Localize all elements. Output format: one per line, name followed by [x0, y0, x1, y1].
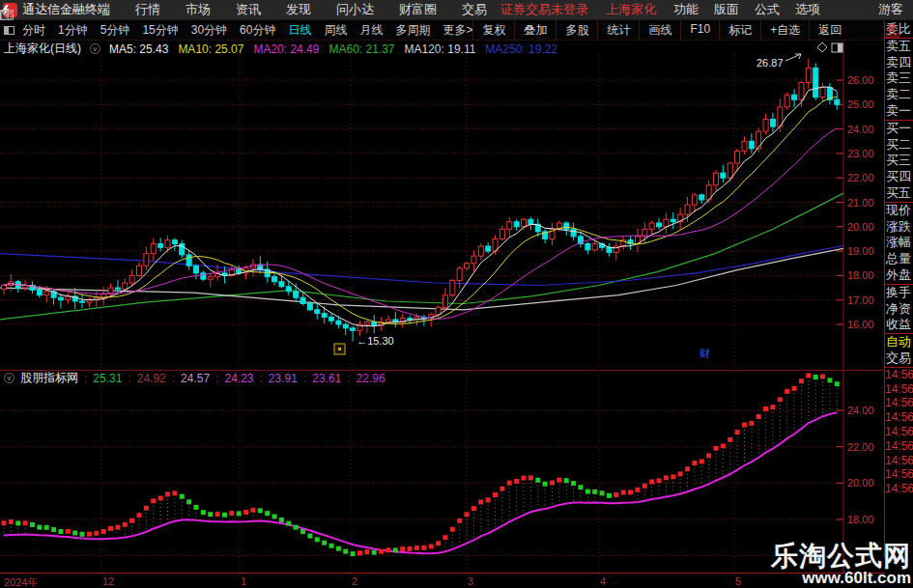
tool-button-多股[interactable]: 多股	[556, 20, 597, 41]
indicator-header: 股朋指标网 :25.31:24.92:24.57:24.23:23.91:23.…	[4, 372, 385, 384]
indicator-dot	[72, 531, 77, 536]
indicator-dot	[193, 505, 198, 510]
app-title: 通达信金融终端	[22, 1, 110, 18]
indicator-dot	[94, 531, 99, 536]
period-tab-多周期[interactable]: 多周期	[395, 22, 430, 39]
candle	[294, 292, 299, 297]
candle	[286, 287, 291, 292]
candle	[763, 119, 768, 131]
tool-button-复权[interactable]: 复权	[472, 20, 514, 41]
indicator-dot	[364, 549, 369, 554]
sidebar-row-卖二: 卖二	[885, 87, 913, 103]
indicator-dot	[15, 520, 20, 525]
tool-button-返回[interactable]: 返回	[809, 20, 850, 41]
menu-item-交易[interactable]: 交易	[462, 1, 487, 18]
indicator-value: 25.31	[93, 372, 122, 385]
sidebar-row-涨幅: 涨幅	[885, 235, 913, 251]
candle	[714, 173, 719, 185]
menu-item-问小达[interactable]: 问小达	[336, 1, 374, 18]
indicator-dot	[23, 520, 28, 525]
period-tab-月线[interactable]: 月线	[359, 22, 383, 39]
indicator-dot	[550, 480, 555, 485]
candle	[721, 173, 726, 178]
indicator-dot	[165, 491, 170, 496]
tool-button-叠加[interactable]: 叠加	[514, 20, 556, 41]
menu-item-功能[interactable]: 功能	[673, 1, 699, 18]
sidebar-row-现价: 现价	[885, 203, 913, 219]
menu-item-市场[interactable]: 市场	[185, 1, 211, 18]
menu-item-行情[interactable]: 行情	[135, 1, 160, 18]
menu-item-版面[interactable]: 版面	[714, 1, 739, 18]
main-chart-canvas[interactable]: 26.0025.0024.0023.0022.0021.0020.0019.00…	[0, 41, 884, 370]
sidebar-row-自动[interactable]: 自动	[885, 334, 913, 350]
time-axis-label: 5	[735, 575, 741, 587]
candle	[670, 219, 675, 222]
svg-text:18.00: 18.00	[847, 269, 874, 281]
candle	[180, 244, 185, 255]
layout-split-icon[interactable]	[4, 26, 14, 35]
sidebar-row-卖一: 卖一	[885, 103, 913, 120]
period-tab-分时[interactable]: 分时	[22, 22, 45, 39]
sidebar-row-净资: 净资	[885, 301, 913, 318]
indicator-values: :25.31:24.92:24.57:24.23:23.91:23.61:22.…	[84, 372, 385, 385]
period-tab-60分钟[interactable]: 60分钟	[240, 22, 275, 39]
indicator-dot	[507, 481, 512, 486]
indicator-dot	[379, 549, 384, 554]
indicator-dot	[678, 471, 683, 476]
menu-item-公式[interactable]: 公式	[755, 1, 780, 18]
candle	[785, 95, 789, 107]
period-tab-1分钟[interactable]: 1分钟	[58, 22, 88, 39]
menu-item-资讯[interactable]: 资讯	[236, 1, 261, 18]
indicator-dot	[692, 461, 697, 465]
indicator-dot	[372, 550, 377, 555]
menu-item-发现[interactable]: 发现	[286, 1, 311, 18]
indicator-dot	[429, 544, 434, 548]
svg-text:20.00: 20.00	[847, 477, 874, 489]
menu-item-选项[interactable]: 选项	[795, 1, 820, 18]
indicator-dot	[756, 414, 761, 419]
ma-label: MA5: 25.43	[109, 42, 168, 56]
indicator-dot	[87, 532, 92, 537]
collapse-chart-icon[interactable]	[90, 43, 100, 54]
period-tab-15分钟[interactable]: 15分钟	[142, 22, 178, 39]
menu-item-财富圈[interactable]: 财富圈	[399, 1, 437, 18]
indicator-dot	[728, 437, 732, 442]
period-tab-日线[interactable]: 日线	[288, 22, 311, 39]
indicator-dot	[421, 546, 426, 550]
indicator-dot	[243, 510, 248, 515]
high-price-label: 26.87	[756, 57, 784, 69]
indicator-dot	[300, 529, 305, 534]
sidebar-trade-time: 14:56	[885, 382, 913, 397]
period-tab-更多>[interactable]: 更多>	[442, 22, 472, 39]
indicator-dot	[201, 510, 206, 515]
tool-button-统计[interactable]: 统计	[597, 20, 639, 41]
candle	[486, 246, 491, 251]
indicator-separator: :	[303, 372, 306, 385]
indicator-dot	[80, 532, 85, 537]
tool-button-+自选[interactable]: +自选	[760, 20, 809, 41]
candle	[129, 275, 134, 283]
tool-button-画线[interactable]: 画线	[639, 20, 680, 41]
indicator-separator: :	[347, 372, 350, 385]
indicator-dot	[742, 423, 747, 428]
candle	[237, 269, 242, 273]
main-menu: 行情市场资讯发现问小达财富圈交易	[135, 1, 487, 18]
period-tab-周线[interactable]: 周线	[324, 22, 347, 39]
candle	[514, 222, 519, 227]
indicator-dot	[66, 529, 71, 534]
candle	[806, 68, 811, 82]
collapse-indicator-icon[interactable]	[4, 373, 14, 383]
tool-button-标记[interactable]: 标记	[719, 20, 760, 41]
user-label[interactable]: 游客	[878, 1, 903, 18]
candle	[144, 254, 149, 266]
candle	[186, 255, 191, 266]
indicator-dot	[37, 525, 42, 530]
tool-button-F10[interactable]: F10	[680, 20, 719, 41]
sidebar-row-卖五: 卖五	[885, 39, 913, 55]
time-axis-label: 1	[241, 575, 246, 587]
svg-text:23.00: 23.00	[847, 148, 874, 159]
indicator-canvas[interactable]: 24.0022.0020.0018.00	[0, 371, 884, 573]
period-tab-5分钟[interactable]: 5分钟	[100, 22, 130, 39]
period-tab-30分钟[interactable]: 30分钟	[191, 22, 227, 39]
candle	[300, 297, 305, 303]
